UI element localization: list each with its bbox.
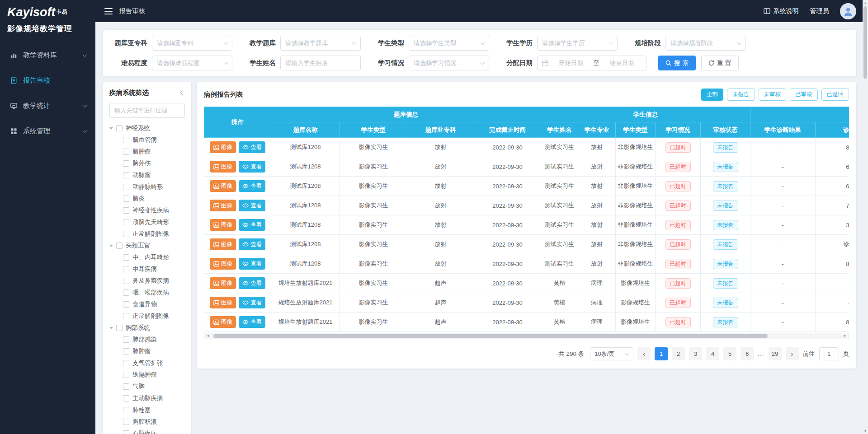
checkbox[interactable] xyxy=(123,313,129,319)
tree-leaf[interactable]: 肺肿瘤 xyxy=(109,345,185,357)
view-button[interactable]: 查看 xyxy=(239,200,265,211)
tree-leaf[interactable]: 脑炎 xyxy=(109,193,185,205)
checkbox[interactable] xyxy=(123,207,129,214)
scroll-left-icon[interactable]: ◄ xyxy=(204,333,212,339)
search-button[interactable]: 搜 索 xyxy=(658,56,696,70)
tree-node[interactable]: 胸部系统 xyxy=(109,322,185,334)
status-tab-unreviewed[interactable]: 未审核 xyxy=(759,89,787,101)
view-button[interactable]: 查看 xyxy=(239,141,265,153)
avatar[interactable] xyxy=(840,3,856,19)
status-tab-all[interactable]: 全部 xyxy=(701,89,723,101)
checkbox[interactable] xyxy=(123,336,129,343)
tree-node[interactable]: 神经系统 xyxy=(109,122,185,134)
prev-page-button[interactable]: ‹ xyxy=(637,347,651,360)
view-button[interactable]: 查看 xyxy=(239,161,265,173)
filter-select-teaching-bank[interactable]: 请选择教学题库 xyxy=(280,36,361,51)
vscroll-thumb[interactable] xyxy=(863,6,867,79)
filter-select-study-status[interactable]: 请选择学习情况 xyxy=(409,56,489,70)
reset-button[interactable]: 重 置 xyxy=(701,56,739,70)
tree-leaf[interactable]: 肺栓塞 xyxy=(109,404,185,416)
checkbox[interactable] xyxy=(123,231,129,237)
filter-select-bank-subspecialty[interactable]: 请选择亚专科 xyxy=(152,36,232,51)
checkbox[interactable] xyxy=(123,172,129,178)
tree-leaf[interactable]: 动静脉畸形 xyxy=(109,181,185,193)
view-button[interactable]: 查看 xyxy=(239,238,265,250)
checkbox[interactable] xyxy=(123,395,129,401)
checkbox[interactable] xyxy=(123,407,129,413)
checkbox[interactable] xyxy=(123,372,129,378)
page-button-6[interactable]: 6 xyxy=(741,347,754,360)
tree-leaf[interactable]: 动脉瘤 xyxy=(109,169,185,181)
page-button-3[interactable]: 3 xyxy=(689,347,702,360)
page-button-4[interactable]: 4 xyxy=(706,347,719,360)
filter-select-difficulty[interactable]: 请选择难易程度 xyxy=(152,56,232,70)
date-range-picker[interactable]: 开始日期 至 结束日期 xyxy=(537,56,646,70)
checkbox[interactable] xyxy=(123,301,129,308)
tree-leaf[interactable]: 咽、喉部疾病 xyxy=(109,287,185,299)
checkbox[interactable] xyxy=(123,137,129,143)
view-button[interactable]: 查看 xyxy=(239,258,265,270)
tree-leaf[interactable]: 支气管扩张 xyxy=(109,357,185,369)
checkbox[interactable] xyxy=(123,360,129,366)
tree-leaf[interactable]: 正常解剖图像 xyxy=(109,228,185,240)
filter-select-student-education[interactable]: 请选择学生学历 xyxy=(537,36,618,51)
image-button[interactable]: 图像 xyxy=(210,219,236,231)
sidebar-item-report-audit[interactable]: 报告审核 xyxy=(0,68,95,93)
view-button[interactable]: 查看 xyxy=(239,297,265,308)
checkbox[interactable] xyxy=(123,254,129,261)
tree-leaf[interactable]: 脑血管病 xyxy=(109,134,185,146)
checkbox[interactable] xyxy=(123,430,129,434)
tree-leaf[interactable]: 食道异物 xyxy=(109,299,185,310)
tree-leaf[interactable]: 鼻及鼻窦疾病 xyxy=(109,275,185,287)
checkbox[interactable] xyxy=(123,348,129,355)
hscroll-track[interactable] xyxy=(212,333,841,339)
sidebar-item-system-admin[interactable]: 系统管理 xyxy=(0,118,95,144)
page-button-29[interactable]: 29 xyxy=(769,347,782,360)
next-page-button[interactable]: › xyxy=(786,347,799,360)
image-button[interactable]: 图像 xyxy=(210,200,236,211)
checkbox[interactable] xyxy=(123,219,129,225)
tree-leaf[interactable]: 中耳疾病 xyxy=(109,263,185,275)
page-button-2[interactable]: 2 xyxy=(672,347,685,360)
filter-select-training-stage[interactable]: 请选择规培阶段 xyxy=(665,36,746,51)
vertical-scrollbar[interactable]: ▲ ▼ xyxy=(863,0,868,434)
tree-leaf[interactable]: 中、内耳畸形 xyxy=(109,252,185,263)
goto-page-input[interactable] xyxy=(819,347,839,360)
status-tab-returned[interactable]: 已退回 xyxy=(821,89,849,101)
scroll-down-icon[interactable]: ▼ xyxy=(864,428,867,434)
tree-leaf[interactable]: 正常解剖图像 xyxy=(109,310,185,322)
checkbox[interactable] xyxy=(116,325,123,331)
tree-leaf[interactable]: 纵隔肿瘤 xyxy=(109,369,185,381)
view-button[interactable]: 查看 xyxy=(239,219,265,231)
image-button[interactable]: 图像 xyxy=(210,180,236,192)
page-size-select[interactable]: 10条/页 xyxy=(590,347,633,360)
tree-search-input[interactable] xyxy=(109,103,185,118)
filter-input-student-name[interactable] xyxy=(280,56,361,70)
scroll-right-icon[interactable]: ► xyxy=(841,333,849,339)
username[interactable]: 管理员 xyxy=(810,7,830,15)
status-tab-unreported[interactable]: 未报告 xyxy=(727,89,755,101)
collapse-panel-icon[interactable] xyxy=(180,90,185,95)
sidebar-item-teaching-library[interactable]: 教学资料库 xyxy=(0,42,95,68)
page-button-1[interactable]: 1 xyxy=(655,347,668,360)
tree-leaf[interactable]: 肺部感染 xyxy=(109,334,185,345)
scroll-up-icon[interactable]: ▲ xyxy=(864,0,867,6)
system-help-link[interactable]: 系统说明 xyxy=(764,7,799,15)
checkbox[interactable] xyxy=(123,160,129,167)
checkbox[interactable] xyxy=(116,243,123,249)
horizontal-scrollbar[interactable]: ◄ ► xyxy=(204,333,849,339)
view-button[interactable]: 查看 xyxy=(239,180,265,192)
view-button[interactable]: 查看 xyxy=(239,316,265,328)
tree-leaf[interactable]: 心脏疾病 xyxy=(109,428,185,434)
checkbox[interactable] xyxy=(123,266,129,272)
checkbox[interactable] xyxy=(123,149,129,155)
image-button[interactable]: 图像 xyxy=(210,277,236,289)
image-button[interactable]: 图像 xyxy=(210,258,236,270)
checkbox[interactable] xyxy=(123,419,129,425)
image-button[interactable]: 图像 xyxy=(210,141,236,153)
menu-toggle-icon[interactable] xyxy=(104,8,113,14)
checkbox[interactable] xyxy=(123,196,129,202)
image-button[interactable]: 图像 xyxy=(210,316,236,328)
tree-leaf[interactable]: 颅脑先天畸形 xyxy=(109,216,185,228)
view-button[interactable]: 查看 xyxy=(239,277,265,289)
